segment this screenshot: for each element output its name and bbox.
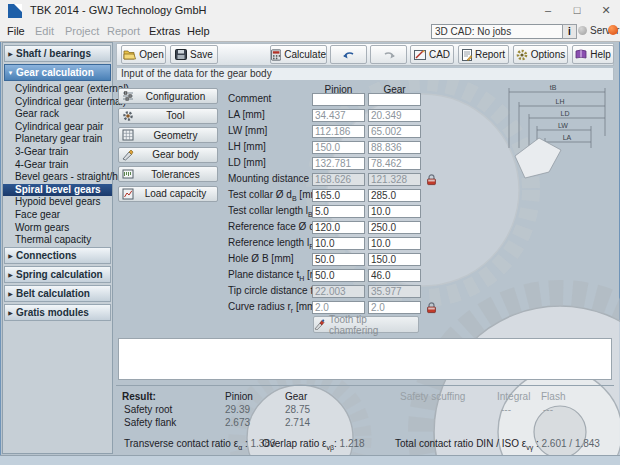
- menu-project[interactable]: Project: [62, 24, 102, 38]
- lock-icon[interactable]: [426, 174, 438, 186]
- pinion-field[interactable]: [312, 269, 365, 282]
- result-header-gear: Gear: [285, 391, 307, 402]
- pinion-field[interactable]: [312, 189, 365, 202]
- form-row: Mounting distance tB [mm]: [0, 172, 620, 188]
- gear-field[interactable]: [368, 157, 421, 170]
- undo-button[interactable]: [330, 45, 367, 64]
- redo-button[interactable]: [370, 45, 407, 64]
- gear-field[interactable]: [368, 221, 421, 234]
- gear-field[interactable]: [368, 189, 421, 202]
- calculate-button[interactable]: Calculate: [270, 45, 327, 64]
- tbk-application-window: TBK 2014 - GWJ Technology GmbH – □ ✕ Fil…: [0, 0, 620, 465]
- report-document-icon: [462, 49, 472, 61]
- form-row: LH [mm]: [0, 140, 620, 156]
- help-label: Help: [590, 49, 611, 60]
- open-button[interactable]: Open: [121, 45, 166, 64]
- pinion-field[interactable]: [312, 221, 365, 234]
- tooth-tip-chamfering-button[interactable]: Tooth tip chamfering: [313, 316, 419, 333]
- sidebar-section-header[interactable]: Shaft / bearings: [4, 45, 111, 62]
- safety-flank-gear: 2.714: [285, 417, 310, 428]
- result-header-scuffing: Safety scuffing: [400, 391, 465, 402]
- menu-file[interactable]: File: [4, 24, 28, 38]
- form-row: Curve radius rr [mm]: [0, 300, 620, 316]
- field-label: Curve radius rr [mm]: [228, 301, 318, 314]
- maximize-button[interactable]: □: [562, 0, 592, 21]
- form-row: Plane distance tH [mm]: [0, 268, 620, 284]
- expand-arrow-icon: [5, 70, 16, 76]
- safety-flank-label: Safety flank: [124, 417, 176, 428]
- undo-arrow-icon: [342, 50, 356, 60]
- field-label: LA [mm]: [228, 109, 265, 122]
- window-title: TBK 2014 - GWJ Technology GmbH: [30, 4, 206, 16]
- pinion-field[interactable]: [312, 237, 365, 250]
- gear-field[interactable]: [368, 93, 421, 106]
- form-row: Hole Ø B [mm]: [0, 252, 620, 268]
- gear-field[interactable]: [368, 301, 421, 314]
- safety-root-label: Safety root: [124, 404, 172, 415]
- section-label: Gear calculation: [16, 67, 94, 78]
- pinion-field[interactable]: [312, 125, 365, 138]
- field-label: LD [mm]: [228, 157, 266, 170]
- lock-icon[interactable]: [426, 302, 438, 314]
- safety-root-gear: 28.75: [285, 404, 310, 415]
- sidebar-section-header[interactable]: Gear calculation: [4, 64, 111, 81]
- calculator-icon: [271, 49, 281, 61]
- result-title: Result:: [122, 391, 156, 402]
- gear-field[interactable]: [368, 237, 421, 250]
- server-status-indicator: [608, 25, 618, 35]
- menu-extras[interactable]: Extras: [146, 24, 183, 38]
- pinion-field[interactable]: [312, 109, 365, 122]
- pinion-field[interactable]: [312, 157, 365, 170]
- overlap-ratio: Overlap ratio εvβ: 1.218: [262, 438, 365, 451]
- close-button[interactable]: ✕: [591, 0, 620, 21]
- gear-field[interactable]: [368, 173, 421, 186]
- help-book-icon: [575, 49, 587, 60]
- save-button[interactable]: Save: [170, 45, 218, 64]
- open-label: Open: [139, 49, 163, 60]
- pinion-field[interactable]: [312, 253, 365, 266]
- gear-field[interactable]: [368, 253, 421, 266]
- expand-arrow-icon: [5, 50, 16, 57]
- pinion-field[interactable]: [312, 141, 365, 154]
- pinion-field[interactable]: [312, 173, 365, 186]
- menu-help[interactable]: Help: [184, 24, 213, 38]
- title-bar: TBK 2014 - GWJ Technology GmbH – □ ✕: [0, 0, 620, 23]
- gear-field[interactable]: [368, 285, 421, 298]
- report-label: Report: [475, 49, 505, 60]
- gear-field[interactable]: [368, 269, 421, 282]
- safety-flank-pinion: 2.673: [225, 417, 250, 428]
- gear-field[interactable]: [368, 205, 421, 218]
- open-folder-icon: [123, 49, 136, 60]
- pinion-field[interactable]: [312, 205, 365, 218]
- minimize-button[interactable]: –: [533, 0, 563, 21]
- save-floppy-icon: [175, 49, 187, 60]
- field-label: Hole Ø B [mm]: [228, 253, 294, 266]
- field-label: Comment: [228, 93, 271, 106]
- pinion-field[interactable]: [312, 93, 365, 106]
- safety-root-flash: ---: [543, 404, 553, 415]
- cad-button[interactable]: CAD: [410, 45, 454, 64]
- options-button[interactable]: Options: [513, 45, 568, 64]
- menu-edit[interactable]: Edit: [32, 24, 57, 38]
- save-label: Save: [190, 49, 213, 60]
- gear-field[interactable]: [368, 141, 421, 154]
- chamfer-icon: [314, 319, 325, 330]
- gear-field[interactable]: [368, 109, 421, 122]
- info-button[interactable]: i: [562, 24, 577, 39]
- cad-status-field: 3D CAD: No jobs: [431, 24, 567, 39]
- pinion-field[interactable]: [312, 301, 365, 314]
- gear-field[interactable]: [368, 125, 421, 138]
- calculate-label: Calculate: [284, 49, 326, 60]
- safety-root-pinion: 29.39: [225, 404, 250, 415]
- form-row: Tip circle distance tE [mm]: [0, 284, 620, 300]
- pinion-field[interactable]: [312, 285, 365, 298]
- form-row: Reference face Ø dR [mm]: [0, 220, 620, 236]
- help-button[interactable]: Help: [572, 45, 614, 64]
- menu-report[interactable]: Report: [104, 24, 143, 38]
- transverse-contact-ratio: Transverse contact ratio εα : 1.383: [124, 438, 276, 451]
- form-row: LA [mm]: [0, 108, 620, 124]
- report-button[interactable]: Report: [458, 45, 509, 64]
- cad-label: CAD: [429, 49, 450, 60]
- toolbar: Open Save Calculate CAD Report Options: [116, 43, 614, 66]
- form-row: Test collar length lB [mm]: [0, 204, 620, 220]
